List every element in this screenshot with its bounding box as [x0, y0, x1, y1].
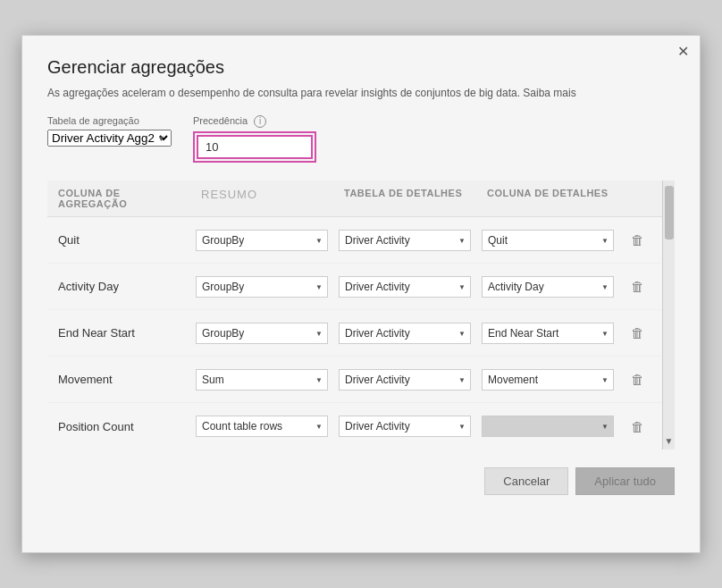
detail-table-select-wrapper: Driver Activity — [333, 276, 476, 298]
summary-select[interactable]: GroupBy Sum Count table rows — [196, 369, 328, 391]
delete-row-button[interactable]: 🗑 — [625, 323, 650, 342]
scrollbar[interactable]: ▼ — [662, 181, 675, 449]
table-row: Movement GroupBy Sum Count table rows Dr… — [47, 357, 662, 403]
detail-table-select[interactable]: Driver Activity — [339, 416, 471, 437]
detail-col-select-wrapper: Movement Quit Activity Day — [476, 369, 619, 391]
summary-select[interactable]: GroupBy Sum Count table rows — [196, 416, 328, 437]
close-button[interactable]: ✕ — [677, 45, 689, 59]
detail-col-select[interactable]: End Near Start Quit Activity Day — [482, 323, 614, 344]
delete-row-button[interactable]: 🗑 — [625, 417, 650, 436]
detail-table-select-wrapper: Driver Activity — [333, 369, 476, 391]
agg-col-name: Activity Day — [47, 280, 190, 293]
summary-select-wrapper: GroupBy Sum Count table rows — [190, 323, 333, 344]
delete-cell: 🗑 — [619, 417, 655, 436]
delete-row-button[interactable]: 🗑 — [625, 277, 650, 296]
col-header-agg: COLUNA DE AGREGAÇÃO — [47, 188, 190, 209]
modal-description: As agregações aceleram o desempenho de c… — [47, 87, 675, 99]
info-icon: i — [254, 115, 266, 128]
delete-cell: 🗑 — [619, 277, 655, 296]
apply-button[interactable]: Aplicar tudo — [575, 467, 675, 495]
scroll-down-arrow: ▼ — [665, 436, 674, 446]
detail-table-select[interactable]: Driver Activity — [339, 276, 471, 298]
cancel-button[interactable]: Cancelar — [484, 467, 568, 495]
aggregations-table: COLUNA DE AGREGAÇÃO RESUMO TABELA DE DET… — [47, 181, 675, 449]
col-header-detail-table: TABELA DE DETALHES — [333, 188, 476, 209]
agg-col-name: Quit — [47, 233, 190, 247]
detail-col-select[interactable]: Quit Activity Day End Near Start — [482, 230, 614, 251]
detail-col-select-wrapper-disabled — [476, 416, 619, 437]
summary-select[interactable]: GroupBy Sum Count table rows — [196, 276, 328, 298]
summary-select-wrapper: GroupBy Sum Count table rows — [190, 230, 333, 251]
detail-col-select-wrapper: Activity Day Quit End Near Start — [476, 276, 619, 298]
detail-col-select[interactable]: Activity Day Quit End Near Start — [482, 276, 614, 298]
table-row: Quit GroupBy Sum Count table rows Driver… — [47, 217, 662, 264]
detail-table-select-wrapper: Driver Activity — [333, 323, 476, 344]
delete-cell: 🗑 — [619, 370, 655, 389]
delete-row-button[interactable]: 🗑 — [625, 370, 650, 389]
scrollbar-thumb — [665, 186, 674, 239]
summary-select[interactable]: GroupBy Sum Count table rows — [196, 323, 328, 344]
detail-col-select[interactable]: Movement Quit Activity Day — [482, 369, 614, 391]
manage-aggregations-modal: ✕ Gerenciar agregações As agregações ace… — [21, 35, 701, 553]
table-header: COLUNA DE AGREGAÇÃO RESUMO TABELA DE DET… — [47, 181, 662, 217]
agg-table-field: Tabela de agregação Driver Activity Agg2 — [47, 115, 172, 147]
detail-table-select-wrapper: Driver Activity — [333, 230, 476, 251]
agg-table-label: Tabela de agregação — [47, 115, 172, 126]
summary-select-wrapper: GroupBy Sum Count table rows — [190, 416, 333, 437]
modal-footer: Cancelar Aplicar tudo — [47, 467, 675, 495]
col-header-summary: RESUMO — [190, 188, 333, 209]
detail-table-select-wrapper: Driver Activity — [333, 416, 476, 437]
precedencia-input[interactable] — [197, 135, 313, 159]
agg-table-select[interactable]: Driver Activity Agg2 — [47, 130, 172, 147]
summary-select[interactable]: GroupBy Sum Count table rows — [196, 230, 328, 251]
detail-table-select[interactable]: Driver Activity — [339, 230, 471, 251]
detail-col-select-wrapper: Quit Activity Day End Near Start — [476, 230, 619, 251]
detail-col-select-wrapper: End Near Start Quit Activity Day — [476, 323, 619, 344]
agg-col-name: Position Count — [47, 420, 190, 433]
col-header-detail-col: COLUNA DE DETALHES — [476, 188, 619, 209]
summary-select-wrapper: GroupBy Sum Count table rows — [190, 369, 333, 391]
table-row: Position Count GroupBy Sum Count table r… — [47, 403, 662, 449]
agg-table-select-wrapper: Driver Activity Agg2 — [47, 130, 172, 147]
precedencia-field: Precedência i — [193, 115, 316, 163]
agg-col-name: End Near Start — [47, 326, 190, 340]
top-controls: Tabela de agregação Driver Activity Agg2… — [47, 115, 675, 163]
detail-table-select[interactable]: Driver Activity — [339, 369, 471, 391]
modal-title: Gerenciar agregações — [47, 57, 675, 78]
agg-col-name: Movement — [47, 373, 190, 386]
detail-table-select[interactable]: Driver Activity — [339, 323, 471, 344]
delete-cell: 🗑 — [619, 231, 655, 249]
table-row: End Near Start GroupBy Sum Count table r… — [47, 310, 662, 357]
delete-row-button[interactable]: 🗑 — [625, 231, 650, 249]
summary-select-wrapper: GroupBy Sum Count table rows — [190, 276, 333, 298]
detail-col-select-disabled[interactable] — [482, 416, 614, 437]
delete-cell: 🗑 — [619, 323, 655, 342]
precedencia-label: Precedência i — [193, 115, 316, 128]
precedencia-input-wrapper — [193, 131, 316, 163]
table-row: Activity Day GroupBy Sum Count table row… — [47, 264, 662, 310]
